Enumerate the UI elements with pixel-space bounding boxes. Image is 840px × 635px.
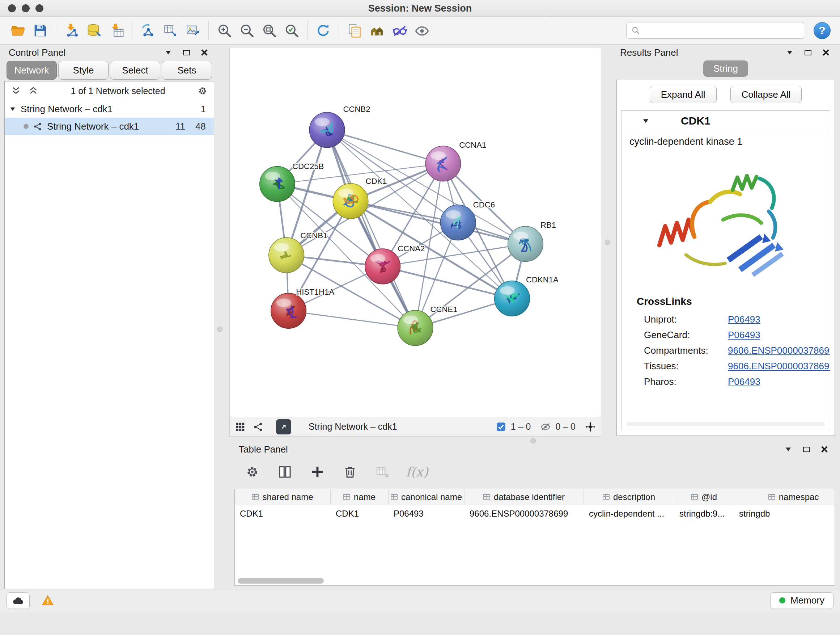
close-icon: [821, 445, 829, 453]
help-button[interactable]: ?: [813, 22, 831, 39]
selected-counts: 1 – 0: [511, 421, 531, 432]
network-node-cdk1[interactable]: CDK1: [333, 177, 387, 219]
panel-close-button[interactable]: [819, 444, 830, 455]
network-edge[interactable]: [327, 130, 443, 164]
scrollbar-thumb[interactable]: [238, 578, 324, 584]
selected-nodes-checkbox[interactable]: [496, 421, 507, 432]
string-tab-badge[interactable]: String: [703, 60, 748, 77]
tab-network[interactable]: Network: [6, 61, 57, 80]
crosslink-value-link[interactable]: P06493: [728, 329, 760, 340]
right-splitter-handle[interactable]: [605, 240, 610, 245]
annotation-mode-button[interactable]: [276, 419, 291, 434]
hidden-elements-button[interactable]: [540, 421, 551, 432]
network-edge[interactable]: [351, 201, 525, 244]
create-column-button[interactable]: [308, 463, 326, 481]
network-edge[interactable]: [327, 130, 415, 328]
refresh-layout-button[interactable]: [313, 20, 333, 41]
function-builder-button[interactable]: f(x): [406, 464, 428, 479]
column-header[interactable]: namespac: [734, 489, 834, 505]
table-horizontal-scrollbar[interactable]: [238, 578, 324, 584]
panel-float-button[interactable]: [181, 47, 192, 58]
minimize-window-button[interactable]: [22, 4, 30, 12]
panel-menu-button[interactable]: [784, 47, 795, 58]
pan-mode-button[interactable]: [585, 421, 596, 432]
crosslink-value-link[interactable]: P06493: [728, 376, 760, 387]
expand-all-button[interactable]: Expand All: [650, 86, 717, 103]
warnings-button[interactable]: [36, 592, 59, 609]
panel-float-button[interactable]: [801, 444, 812, 455]
search-input[interactable]: [644, 25, 799, 36]
clone-network-button[interactable]: [161, 20, 180, 41]
card-scrollbar[interactable]: [627, 422, 825, 426]
window-title: Session: New Session: [0, 0, 840, 17]
left-splitter-handle[interactable]: [217, 326, 223, 332]
status-bar: Memory: [0, 589, 840, 612]
tab-select[interactable]: Select: [110, 61, 160, 80]
network-type-button[interactable]: [253, 421, 264, 432]
search-box[interactable]: [626, 22, 804, 39]
collapse-all-button[interactable]: Collapse All: [730, 86, 802, 103]
network-options-button[interactable]: [197, 86, 208, 96]
show-columns-button[interactable]: [276, 463, 294, 481]
network-canvas[interactable]: CCNB2CCNA1CDC25BCDK1CDC6RB1CCNB1CCNA2CDK…: [230, 48, 601, 417]
panel-float-button[interactable]: [802, 47, 813, 58]
expand-all-networks-button[interactable]: [28, 86, 39, 96]
export-image-button[interactable]: [183, 20, 202, 41]
network-node-ccna1[interactable]: CCNA1: [425, 141, 486, 181]
zoom-in-button[interactable]: [215, 20, 234, 41]
crosslink-row: Pharos:P06493: [622, 374, 830, 390]
zoom-out-button[interactable]: [237, 20, 256, 41]
gene-card-header[interactable]: CDK1: [622, 111, 830, 131]
bottom-splitter-handle[interactable]: [531, 438, 536, 443]
column-header[interactable]: @id: [674, 489, 734, 505]
delete-table-button-disabled[interactable]: [373, 463, 392, 481]
zoom-fit-button[interactable]: [259, 20, 279, 41]
memory-button[interactable]: Memory: [770, 592, 834, 609]
import-network-from-database-button[interactable]: [84, 20, 104, 41]
open-session-button[interactable]: [8, 20, 27, 41]
zoom-selected-button[interactable]: [282, 20, 302, 41]
table-row[interactable]: CDK1CDK1P064939606.ENSP00000378699cyclin…: [235, 505, 834, 523]
table-options-button[interactable]: [243, 463, 261, 481]
network-node-hist1h1a[interactable]: HIST1H1A: [271, 287, 335, 328]
close-window-button[interactable]: [8, 4, 16, 12]
hide-panels-button[interactable]: [390, 20, 409, 41]
show-panels-button[interactable]: [412, 20, 431, 41]
column-header[interactable]: shared name: [235, 489, 331, 505]
network-node-rb1[interactable]: RB1: [508, 220, 556, 261]
import-table-from-file-button[interactable]: [107, 20, 126, 41]
network-edge[interactable]: [289, 311, 415, 328]
panel-menu-button[interactable]: [163, 47, 174, 58]
gene-name: CDK1: [681, 115, 711, 127]
network-from-selection-button[interactable]: [138, 20, 158, 41]
network-row-selected[interactable]: String Network – cdk1 11 48: [5, 118, 214, 135]
network-collection-row[interactable]: String Network – cdk1 1: [5, 100, 214, 118]
panel-menu-button[interactable]: [783, 444, 794, 455]
collapse-all-networks-button[interactable]: [11, 86, 21, 96]
cloud-icon: [11, 594, 25, 607]
panel-close-button[interactable]: [821, 47, 831, 58]
cloud-status-button[interactable]: [6, 592, 30, 609]
column-header[interactable]: description: [584, 489, 674, 505]
tab-sets[interactable]: Sets: [162, 61, 212, 80]
home-views-button[interactable]: [367, 20, 387, 41]
tab-style[interactable]: Style: [58, 61, 109, 80]
save-floppy-icon: [33, 23, 48, 38]
glasses-slash-icon: [392, 23, 407, 38]
birds-eye-view-button[interactable]: [235, 421, 246, 432]
panel-close-button[interactable]: [199, 47, 210, 58]
network-node-ccnb1[interactable]: CCNB1: [269, 231, 327, 273]
column-header[interactable]: database identifier: [464, 489, 584, 505]
network-node-ccnb2[interactable]: CCNB2: [309, 105, 370, 148]
column-header[interactable]: canonical name: [388, 489, 464, 505]
column-header[interactable]: name: [331, 489, 388, 505]
crosslink-value-link[interactable]: P06493: [728, 314, 760, 325]
import-network-from-file-button[interactable]: [62, 20, 81, 41]
save-session-button[interactable]: [30, 20, 50, 41]
delete-column-button[interactable]: [341, 463, 359, 481]
maximize-window-button[interactable]: [35, 4, 43, 12]
crosslink-value-link[interactable]: 9606.ENSP00000378699: [728, 361, 830, 372]
crosslink-value-link[interactable]: 9606.ENSP00000378699: [728, 345, 830, 356]
copy-paste-button[interactable]: [345, 20, 364, 41]
crosslink-label: Tissues:: [644, 361, 728, 372]
